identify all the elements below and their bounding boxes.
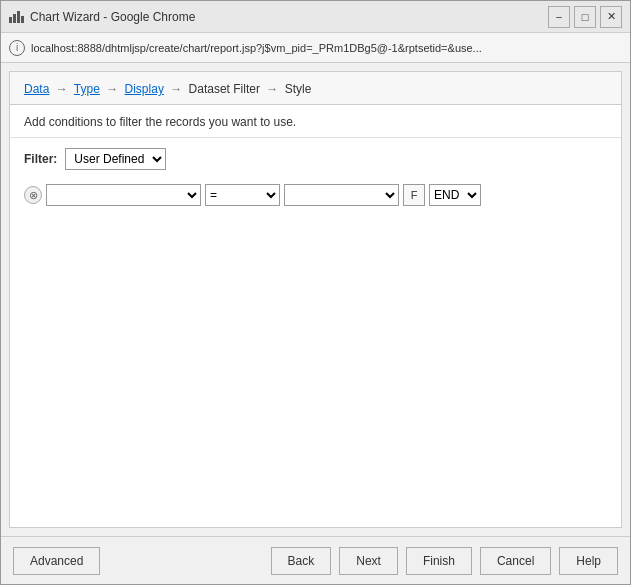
arrow-2: → [106,82,118,96]
info-icon: i [9,40,25,56]
back-button[interactable]: Back [271,547,332,575]
finish-button[interactable]: Finish [406,547,472,575]
breadcrumb-current: Dataset Filter [189,82,260,96]
arrow-1: → [56,82,68,96]
close-button[interactable]: ✕ [600,6,622,28]
filter-type-select[interactable]: User Defined [65,148,166,170]
filter-section: Filter: User Defined [10,138,621,180]
operator-select[interactable]: = != < > <= >= [205,184,280,206]
breadcrumb-style: Style [285,82,312,96]
breadcrumb: Data → Type → Display → Dataset Filter →… [24,82,607,96]
filter-rows-area: ⊗ = != < > <= >= F END AND [10,180,621,527]
window-controls: − □ ✕ [548,6,622,28]
breadcrumb-display[interactable]: Display [125,82,164,96]
breadcrumb-bar: Data → Type → Display → Dataset Filter →… [10,72,621,105]
footer: Advanced Back Next Finish Cancel Help [1,536,630,584]
app-icon [9,11,24,23]
window-title: Chart Wizard - Google Chrome [30,10,548,24]
end-select[interactable]: END AND OR [429,184,481,206]
breadcrumb-data[interactable]: Data [24,82,49,96]
filter-label: Filter: [24,152,57,166]
f-button[interactable]: F [403,184,425,206]
arrow-4: → [266,82,278,96]
main-window: Chart Wizard - Google Chrome − □ ✕ i loc… [0,0,631,585]
address-bar: i localhost:8888/dhtmljsp/create/chart/r… [1,33,630,63]
main-content: Data → Type → Display → Dataset Filter →… [9,71,622,528]
next-button[interactable]: Next [339,547,398,575]
advanced-button[interactable]: Advanced [13,547,100,575]
description-text: Add conditions to filter the records you… [10,105,621,138]
breadcrumb-type[interactable]: Type [74,82,100,96]
maximize-button[interactable]: □ [574,6,596,28]
minimize-button[interactable]: − [548,6,570,28]
remove-row-button[interactable]: ⊗ [24,186,42,204]
title-bar: Chart Wizard - Google Chrome − □ ✕ [1,1,630,33]
help-button[interactable]: Help [559,547,618,575]
address-text: localhost:8888/dhtmljsp/create/chart/rep… [31,42,482,54]
filter-row: ⊗ = != < > <= >= F END AND [24,184,607,206]
arrow-3: → [170,82,182,96]
value-select[interactable] [284,184,399,206]
column-select[interactable] [46,184,201,206]
cancel-button[interactable]: Cancel [480,547,551,575]
